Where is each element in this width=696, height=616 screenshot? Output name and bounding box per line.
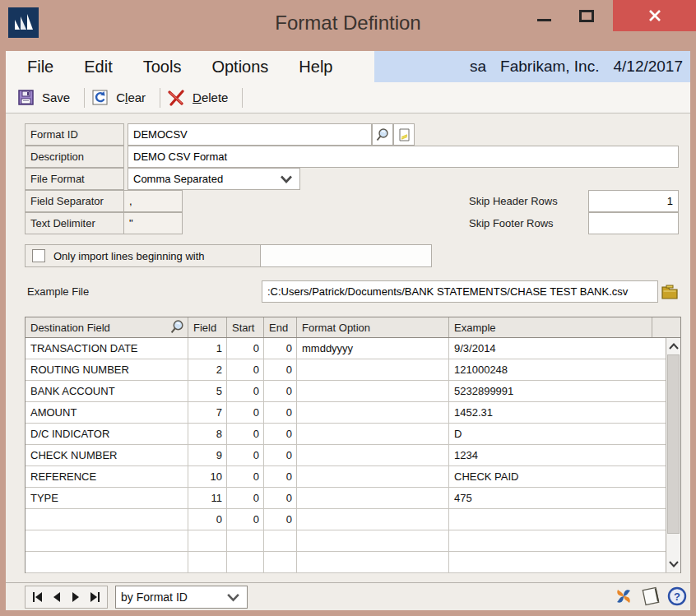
- description-input[interactable]: DEMO CSV Format: [128, 146, 679, 168]
- table-cell[interactable]: [227, 552, 264, 572]
- destination-lookup-button[interactable]: [169, 319, 185, 337]
- only-import-input[interactable]: [260, 245, 431, 266]
- table-cell[interactable]: [297, 381, 449, 401]
- table-cell[interactable]: 0: [227, 424, 264, 444]
- table-cell[interactable]: 10: [188, 466, 227, 487]
- table-cell[interactable]: 2: [188, 359, 227, 380]
- note-page-icon[interactable]: [638, 584, 663, 609]
- table-cell[interactable]: 7: [188, 402, 227, 423]
- menu-options[interactable]: Options: [211, 58, 268, 76]
- table-cell[interactable]: 11: [188, 488, 227, 508]
- skip-footer-rows-input[interactable]: [588, 212, 679, 234]
- help-button[interactable]: ?: [666, 586, 688, 607]
- table-cell[interactable]: [188, 552, 227, 572]
- table-cell[interactable]: [188, 530, 227, 551]
- table-cell[interactable]: REFERENCE: [26, 466, 188, 487]
- table-cell[interactable]: TRANSACTION DATE: [26, 338, 188, 359]
- table-cell[interactable]: 1452.31: [449, 402, 667, 423]
- table-cell[interactable]: [449, 509, 667, 530]
- table-cell[interactable]: 0: [264, 338, 297, 359]
- delete-button[interactable]: Delete: [164, 86, 239, 109]
- menu-tools[interactable]: Tools: [143, 58, 182, 76]
- table-cell[interactable]: [297, 466, 449, 487]
- only-import-checkbox[interactable]: [32, 249, 45, 262]
- table-cell[interactable]: [297, 445, 449, 465]
- table-cell[interactable]: [264, 530, 297, 551]
- menu-edit[interactable]: Edit: [84, 58, 112, 76]
- table-cell[interactable]: 0: [264, 402, 297, 423]
- format-id-input[interactable]: DEMOCSV: [128, 123, 372, 146]
- table-cell[interactable]: 9/3/2014: [449, 338, 667, 359]
- table-cell[interactable]: [26, 552, 188, 572]
- text-delimiter-input[interactable]: ": [123, 212, 183, 234]
- field-separator-input[interactable]: ,: [123, 190, 183, 212]
- table-cell[interactable]: 5232899991: [449, 381, 667, 401]
- table-cell[interactable]: 0: [227, 466, 264, 487]
- save-button[interactable]: Save: [14, 86, 81, 109]
- clear-button[interactable]: Clear: [88, 86, 156, 109]
- table-cell[interactable]: CHECK PAID: [449, 466, 667, 487]
- table-cell[interactable]: 121000248: [449, 359, 667, 380]
- table-cell[interactable]: 0: [227, 488, 264, 508]
- table-cell[interactable]: 0: [227, 509, 264, 530]
- sort-by-select[interactable]: by Format ID: [115, 586, 248, 609]
- menu-file[interactable]: File: [27, 58, 53, 76]
- file-format-select[interactable]: Comma Separated: [128, 168, 300, 190]
- table-cell[interactable]: [26, 530, 188, 551]
- table-cell[interactable]: 0: [264, 466, 297, 487]
- format-id-lookup-button[interactable]: [372, 123, 393, 146]
- table-cell[interactable]: 0: [264, 381, 297, 401]
- scroll-up-button[interactable]: [666, 338, 680, 354]
- table-cell[interactable]: [297, 509, 449, 530]
- previous-record-button[interactable]: [48, 588, 66, 606]
- table-cell[interactable]: [264, 552, 297, 572]
- table-scrollbar[interactable]: [666, 338, 680, 572]
- table-cell[interactable]: 1: [188, 338, 227, 359]
- table-cell[interactable]: [297, 424, 449, 444]
- table-cell[interactable]: 0: [264, 509, 297, 530]
- first-record-button[interactable]: [29, 588, 47, 606]
- table-cell[interactable]: 0: [188, 509, 227, 530]
- table-cell[interactable]: 5: [188, 381, 227, 401]
- table-cell[interactable]: 0: [264, 445, 297, 465]
- table-cell[interactable]: 0: [264, 424, 297, 444]
- table-cell[interactable]: ROUTING NUMBER: [26, 359, 188, 380]
- table-cell[interactable]: 8: [188, 424, 227, 444]
- next-record-button[interactable]: [67, 588, 85, 606]
- table-cell[interactable]: 1234: [449, 445, 667, 465]
- scroll-down-button[interactable]: [666, 556, 680, 572]
- scrollbar-thumb[interactable]: [667, 354, 680, 534]
- table-cell[interactable]: [227, 530, 264, 551]
- table-cell[interactable]: 0: [227, 338, 264, 359]
- table-cell[interactable]: D/C INDICATOR: [26, 424, 188, 444]
- example-file-input[interactable]: :C:Users/Patrick/Documents/BANK STATEMEN…: [262, 280, 658, 303]
- table-cell[interactable]: mmddyyyy: [297, 338, 449, 359]
- table-cell[interactable]: [297, 530, 449, 551]
- table-cell[interactable]: [449, 552, 667, 572]
- session-status-bar[interactable]: sa Fabrikam, Inc. 4/12/2017: [374, 51, 690, 82]
- example-file-browse-button[interactable]: [658, 280, 681, 303]
- table-cell[interactable]: [449, 530, 667, 551]
- table-cell[interactable]: 0: [227, 402, 264, 423]
- table-cell[interactable]: BANK ACCOUNT: [26, 381, 188, 401]
- table-cell[interactable]: [297, 359, 449, 380]
- format-id-note-button[interactable]: [393, 123, 415, 146]
- menu-help[interactable]: Help: [299, 58, 332, 76]
- table-cell[interactable]: 0: [227, 381, 264, 401]
- table-cell[interactable]: 0: [264, 359, 297, 380]
- maximize-button[interactable]: [569, 0, 604, 31]
- table-cell[interactable]: TYPE: [26, 488, 188, 508]
- table-cell[interactable]: [297, 488, 449, 508]
- table-cell[interactable]: 0: [264, 488, 297, 508]
- last-record-button[interactable]: [86, 588, 104, 606]
- table-cell[interactable]: [297, 402, 449, 423]
- table-cell[interactable]: 0: [227, 359, 264, 380]
- table-cell[interactable]: AMOUNT: [26, 402, 188, 423]
- minimize-button[interactable]: [527, 0, 561, 31]
- close-button[interactable]: [613, 0, 696, 31]
- table-cell[interactable]: 475: [449, 488, 667, 508]
- table-cell[interactable]: [297, 552, 449, 572]
- skip-header-rows-input[interactable]: 1: [588, 190, 679, 212]
- pinwheel-refresh-icon[interactable]: [612, 586, 635, 608]
- table-cell[interactable]: 0: [227, 445, 264, 465]
